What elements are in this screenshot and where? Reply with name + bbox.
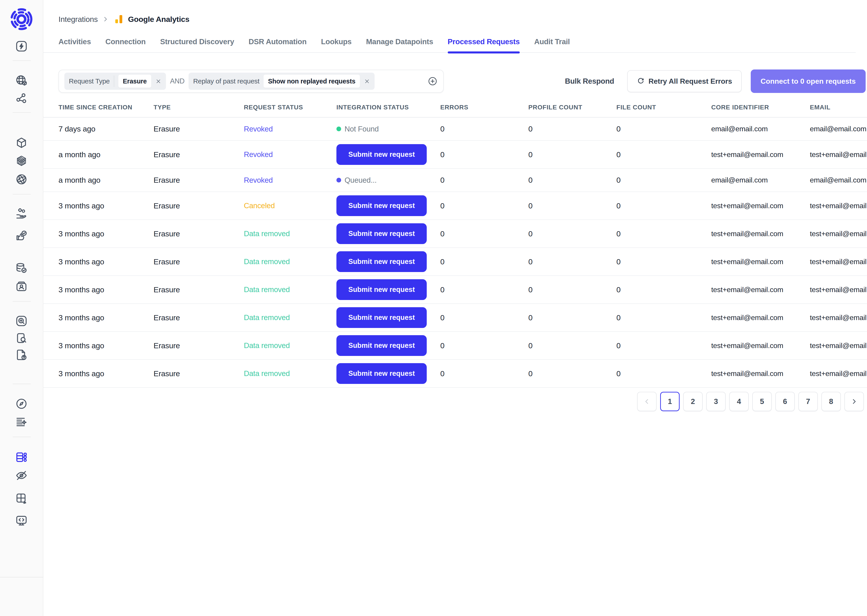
bulk-respond-button[interactable]: Bulk Respond bbox=[565, 77, 614, 85]
document-question-icon[interactable] bbox=[15, 348, 28, 361]
pagination-page-3[interactable]: 3 bbox=[706, 392, 726, 411]
cell-core-identifier: email@email.com bbox=[711, 125, 810, 133]
cell-integration-status: Submit new request bbox=[336, 307, 440, 328]
column-header-integration-status: INTEGRATION STATUS bbox=[336, 103, 440, 112]
tab-processed-requests[interactable]: Processed Requests bbox=[448, 38, 520, 52]
cell-integration-status: Submit new request bbox=[336, 144, 440, 165]
cell-time-since-creation: 3 months ago bbox=[58, 313, 153, 322]
list-sparkle-icon[interactable] bbox=[15, 415, 28, 428]
monitor-code-icon[interactable] bbox=[15, 514, 28, 527]
cell-type: Erasure bbox=[153, 124, 244, 133]
cell-type: Erasure bbox=[153, 285, 244, 294]
transcend-logo[interactable] bbox=[10, 8, 33, 30]
submit-new-request-button[interactable]: Submit new request bbox=[336, 307, 427, 328]
status-dot-icon bbox=[336, 178, 341, 182]
hand-shapes-icon[interactable] bbox=[15, 207, 28, 220]
database-check-icon[interactable] bbox=[15, 262, 28, 275]
cell-integration-status: Submit new request bbox=[336, 279, 440, 300]
remove-filter-icon[interactable] bbox=[155, 78, 161, 84]
cell-errors: 0 bbox=[440, 201, 528, 210]
share-nodes-icon[interactable] bbox=[15, 92, 28, 105]
filter-pill-request-type[interactable]: Request TypeErasure bbox=[65, 72, 166, 90]
cell-time-since-creation: 7 days ago bbox=[58, 124, 153, 133]
tab-manage-datapoints[interactable]: Manage Datapoints bbox=[366, 38, 433, 52]
cell-file-count: 0 bbox=[616, 150, 711, 159]
refresh-icon bbox=[637, 77, 645, 85]
thumbs-up-check-icon[interactable] bbox=[15, 229, 28, 243]
pagination-page-5[interactable]: 5 bbox=[752, 392, 772, 411]
globe-cube-icon[interactable] bbox=[15, 74, 28, 87]
breadcrumb-integrations[interactable]: Integrations bbox=[58, 15, 98, 24]
add-filter-button[interactable] bbox=[427, 76, 438, 86]
filter-value-chip[interactable]: Show non replayed requests bbox=[263, 75, 360, 88]
filter-pill-divider bbox=[114, 75, 114, 87]
cell-integration-status: Queued... bbox=[336, 176, 440, 184]
submit-new-request-button[interactable]: Submit new request bbox=[336, 251, 427, 272]
table-body: 7 days ago Erasure Revoked Not Found 0 0… bbox=[43, 118, 867, 388]
tab-structured-discovery[interactable]: Structured Discovery bbox=[160, 38, 234, 52]
tab-audit-trail[interactable]: Audit Trail bbox=[534, 38, 570, 52]
table-nodes-icon[interactable] bbox=[15, 451, 28, 464]
column-header-core-identifier: CORE IDENTIFIER bbox=[711, 103, 810, 112]
rubiks-cube-icon[interactable] bbox=[15, 154, 28, 167]
zoom-in-icon[interactable] bbox=[15, 314, 28, 327]
integration-status-badge: Not Found bbox=[336, 125, 440, 133]
cell-time-since-creation: 3 months ago bbox=[58, 369, 153, 378]
contact-card-icon[interactable] bbox=[15, 280, 28, 293]
cell-time-since-creation: 3 months ago bbox=[58, 285, 153, 294]
tab-activities[interactable]: Activities bbox=[58, 38, 91, 52]
cell-file-count: 0 bbox=[616, 313, 711, 322]
pagination-pages: 12345678 bbox=[660, 392, 841, 411]
cell-time-since-creation: 3 months ago bbox=[58, 229, 153, 238]
tab-connection[interactable]: Connection bbox=[106, 38, 146, 52]
tab-dsr-automation[interactable]: DSR Automation bbox=[249, 38, 307, 52]
submit-new-request-button[interactable]: Submit new request bbox=[336, 223, 427, 244]
filter-pill-replay-of-past-request[interactable]: Replay of past requestShow non replayed … bbox=[189, 72, 375, 90]
bolt-icon[interactable] bbox=[15, 40, 28, 53]
cell-integration-status: Submit new request bbox=[336, 363, 440, 384]
cell-request-status: Data removed bbox=[244, 313, 336, 322]
pagination-next-button[interactable] bbox=[845, 392, 864, 411]
pagination-page-8[interactable]: 8 bbox=[821, 392, 841, 411]
compass-icon[interactable] bbox=[15, 397, 28, 410]
main-content: Integrations Google Analytics Activities… bbox=[43, 0, 867, 616]
table-row: 3 months ago Erasure Data removed Submit… bbox=[43, 332, 867, 360]
tab-lookups[interactable]: Lookups bbox=[321, 38, 352, 52]
submit-new-request-button[interactable]: Submit new request bbox=[336, 335, 427, 356]
cell-integration-status: Not Found bbox=[336, 125, 440, 133]
submit-new-request-button[interactable]: Submit new request bbox=[336, 279, 427, 300]
pagination-page-4[interactable]: 4 bbox=[729, 392, 749, 411]
cube-icon[interactable] bbox=[15, 136, 28, 149]
eye-off-icon[interactable] bbox=[15, 469, 28, 482]
pagination-page-1[interactable]: 1 bbox=[660, 392, 679, 411]
document-search-icon[interactable] bbox=[15, 332, 28, 345]
pagination-page-6[interactable]: 6 bbox=[776, 392, 795, 411]
page-title: Google Analytics bbox=[113, 14, 189, 25]
pagination-page-7[interactable]: 7 bbox=[798, 392, 818, 411]
connect-open-requests-button[interactable]: Connect to 0 open requests bbox=[751, 69, 865, 93]
submit-new-request-button[interactable]: Submit new request bbox=[336, 195, 427, 216]
cell-integration-status: Submit new request bbox=[336, 251, 440, 272]
remove-filter-icon[interactable] bbox=[364, 78, 370, 84]
cell-file-count: 0 bbox=[616, 285, 711, 294]
table-edit-icon[interactable] bbox=[15, 492, 28, 505]
cell-integration-status: Submit new request bbox=[336, 195, 440, 216]
filter-groups: Request TypeErasureANDReplay of past req… bbox=[65, 72, 375, 90]
sidebar-divider bbox=[0, 577, 43, 577]
integration-status-badge: Queued... bbox=[336, 176, 440, 184]
retry-all-button[interactable]: Retry All Request Errors bbox=[627, 70, 741, 92]
submit-new-request-button[interactable]: Submit new request bbox=[336, 363, 427, 384]
filter-bar[interactable]: Request TypeErasureANDReplay of past req… bbox=[58, 70, 444, 93]
submit-new-request-button[interactable]: Submit new request bbox=[336, 144, 427, 165]
table-row: 3 months ago Erasure Data removed Submit… bbox=[43, 360, 867, 388]
tab-bar: ActivitiesConnectionStructured Discovery… bbox=[43, 38, 856, 53]
cell-email: test+email@email.com bbox=[810, 151, 867, 159]
filter-value-chip[interactable]: Erasure bbox=[118, 75, 151, 88]
pagination-prev-button[interactable] bbox=[637, 392, 657, 411]
pagination: 12345678 bbox=[43, 392, 867, 411]
cell-core-identifier: test+email@email.com bbox=[711, 258, 810, 266]
cell-errors: 0 bbox=[440, 313, 528, 322]
sphere-icon[interactable] bbox=[15, 173, 28, 186]
cell-core-identifier: test+email@email.com bbox=[711, 341, 810, 350]
pagination-page-2[interactable]: 2 bbox=[683, 392, 703, 411]
